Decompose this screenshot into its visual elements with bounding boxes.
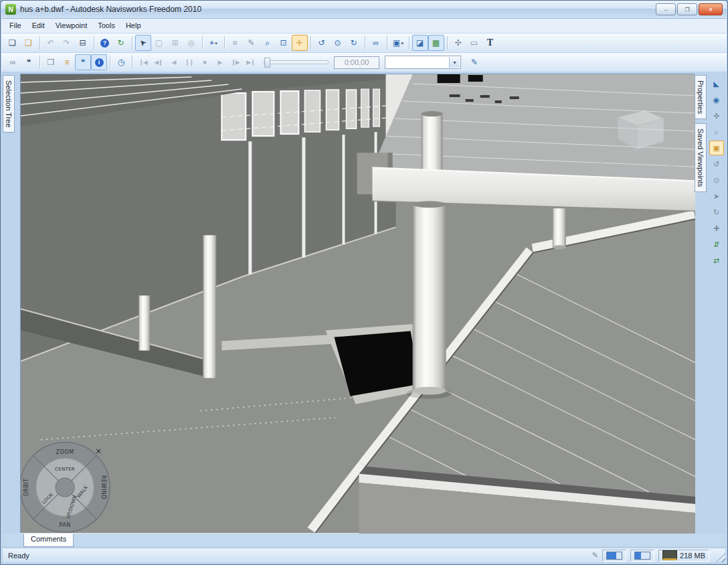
redline-tool[interactable]: ✎ <box>244 35 260 51</box>
playback-step-back-button[interactable]: ◀❙ <box>151 54 166 70</box>
playback-slider-thumb[interactable] <box>264 58 270 68</box>
menu-edit[interactable]: Edit <box>27 19 50 33</box>
viewcube-toggle-button[interactable]: ◣ <box>709 76 724 91</box>
comment-list-button[interactable]: ≡ <box>59 54 75 70</box>
new-button[interactable]: ❏ <box>5 35 21 51</box>
menu-tools[interactable]: Tools <box>92 19 120 33</box>
steering-wheel[interactable]: ZOOM REWIND PAN ORBIT CENTER WALK UP/DOW… <box>21 442 110 532</box>
playback-slider[interactable] <box>264 60 329 64</box>
minimize-button[interactable]: – <box>656 3 676 15</box>
playback-play-backward-button[interactable]: ◀ <box>166 54 181 70</box>
bottom-dock-strip: Comments <box>3 534 725 546</box>
print-button[interactable]: ⊟ <box>75 35 91 51</box>
status-meter-cell-1 <box>602 550 626 562</box>
left-dock-strip: Selection Tree <box>3 74 20 533</box>
steering-wheel-button[interactable]: ◉ <box>709 92 724 107</box>
toolbar-separator <box>409 36 410 50</box>
resize-grip[interactable] <box>716 553 725 562</box>
undo-button[interactable]: ↶ <box>43 35 59 51</box>
chevron-down-icon[interactable]: ▼ <box>449 57 460 68</box>
import-viewpoints-button[interactable]: ⇵ <box>709 237 724 252</box>
playback-start-button[interactable]: ❙◀ <box>135 54 151 70</box>
wheel-zoom-wedge[interactable]: ZOOM <box>56 449 74 455</box>
wheel-hub <box>56 478 74 497</box>
menu-viewpoint[interactable]: Viewpoint <box>50 19 93 33</box>
status-text: Ready <box>8 552 29 560</box>
tab-comments[interactable]: Comments <box>23 534 74 547</box>
toolbar-review: ∞❝ ❒≡❝i ◷ ❙◀◀❙◀❙❙■▶❙▶▶❙ 0:00,00 ▼ ✎ <box>1 53 727 72</box>
find-item-tool[interactable]: ◎ <box>183 35 199 51</box>
section-box-toggle[interactable]: ▦ <box>428 35 444 51</box>
tab-saved-viewpoints[interactable]: Saved Viewpoints <box>695 123 707 192</box>
playback-step-forward-button[interactable]: ❙▶ <box>227 54 243 70</box>
examine-tool[interactable]: ⊙ <box>330 35 346 51</box>
toolbar-separator <box>39 56 40 69</box>
orbit-tool[interactable]: ↺ <box>314 35 330 51</box>
viewport[interactable]: ZOOM REWIND PAN ORBIT CENTER WALK UP/DOW… <box>20 74 695 533</box>
wheel-close-icon[interactable]: ✕ <box>96 447 102 456</box>
fly-nav-button[interactable]: ➤ <box>709 189 724 204</box>
look-nav-button[interactable]: ⊙ <box>709 173 724 187</box>
render-style-dropdown[interactable]: ▣▾ <box>390 35 406 51</box>
wheel-rewind-wedge[interactable]: REWIND <box>100 475 106 499</box>
multi-select-tool[interactable]: ⊞ <box>167 35 183 51</box>
selection-focus-dropdown[interactable]: ⌖▾ <box>205 35 221 51</box>
toolbar-separator <box>387 36 387 50</box>
wheel-orbit-wedge[interactable]: ORBIT <box>23 478 29 496</box>
review-clock-button[interactable]: ◷ <box>113 54 129 70</box>
pan-tool[interactable]: ✛ <box>292 35 308 51</box>
open-button[interactable]: ❑ <box>21 35 37 51</box>
view-comments-toggle[interactable]: ❝ <box>75 54 91 70</box>
export-viewpoints-button[interactable]: ⇄ <box>709 253 724 268</box>
walk-nav-button[interactable]: ▣ <box>709 141 724 155</box>
animation-settings-button[interactable]: ✎ <box>466 54 482 70</box>
text-tool[interactable]: T <box>482 35 498 51</box>
memory-meter-2 <box>634 552 650 560</box>
hold-button[interactable]: ✚ <box>709 221 724 236</box>
turntable-tool[interactable]: ↻ <box>346 35 362 51</box>
animation-select[interactable]: ▼ <box>385 56 461 69</box>
redo-button[interactable]: ↷ <box>59 35 75 51</box>
pan-nav-button[interactable]: ✜ <box>709 108 724 123</box>
playback-time-display: 0:00,00 <box>334 56 379 69</box>
help-button[interactable]: ? <box>97 35 113 51</box>
orbit-nav-button[interactable]: ↺ <box>709 157 724 171</box>
refresh-button[interactable]: ↻ <box>113 35 129 51</box>
turntable-nav-button[interactable]: ↻ <box>709 205 724 220</box>
status-meter-cell-2 <box>630 550 654 562</box>
toolbar-separator <box>447 36 448 50</box>
app-window: N hus a+b.dwf - Autodesk Navisworks Free… <box>0 0 728 565</box>
select-box-tool[interactable]: ▢ <box>151 35 167 51</box>
wheel-pan-wedge[interactable]: PAN <box>59 522 70 528</box>
links-button[interactable]: ∞ <box>5 54 21 70</box>
links-toggle[interactable]: ∞ <box>368 35 384 51</box>
playback-stop-button[interactable]: ■ <box>197 54 212 70</box>
zoom-nav-button[interactable]: ⌕ <box>709 125 724 139</box>
titlebar[interactable]: N hus a+b.dwf - Autodesk Navisworks Free… <box>1 1 727 19</box>
section-plane-toggle[interactable]: ◪ <box>412 35 428 51</box>
maximize-button[interactable]: ❐ <box>677 3 697 15</box>
playback-end-button[interactable]: ▶❙ <box>243 54 258 70</box>
measure-tool[interactable]: ⌗ <box>227 35 244 51</box>
snapshot-button[interactable]: ❒ <box>43 54 59 70</box>
close-button[interactable]: ✕ <box>699 3 723 15</box>
toolbar-separator <box>310 36 311 50</box>
ram-icon <box>662 550 677 560</box>
toolbar-separator <box>110 56 110 69</box>
comment-info-toggle[interactable]: i <box>91 54 107 70</box>
workspace-button[interactable]: ✣ <box>450 35 466 51</box>
wheel-center-wedge[interactable]: CENTER <box>55 467 75 472</box>
playback-play-button[interactable]: ▶ <box>212 54 227 70</box>
tab-selection-tree[interactable]: Selection Tree <box>3 75 15 133</box>
menu-help[interactable]: Help <box>120 19 147 33</box>
select-tool[interactable]: ➤ <box>135 35 151 51</box>
zoom-tool[interactable]: ⌕ <box>260 35 276 51</box>
menu-file[interactable]: File <box>4 19 27 33</box>
window-controls: – ❐ ✕ <box>656 3 723 15</box>
viewport-canvas[interactable]: ZOOM REWIND PAN ORBIT CENTER WALK UP/DOW… <box>21 74 695 534</box>
fullscreen-button[interactable]: ▭ <box>466 35 482 51</box>
tab-properties[interactable]: Properties <box>695 75 707 119</box>
zoom-box-tool[interactable]: ⊡ <box>276 35 292 51</box>
playback-pause-button[interactable]: ❙❙ <box>181 54 197 70</box>
comments-button[interactable]: ❝ <box>21 54 37 70</box>
